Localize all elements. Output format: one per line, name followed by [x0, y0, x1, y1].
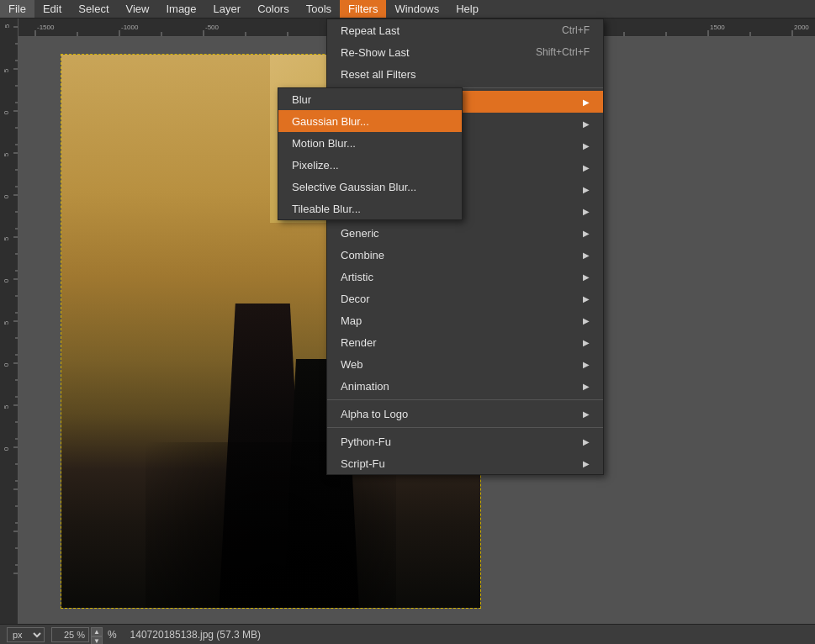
- menu-view[interactable]: View: [118, 0, 158, 18]
- svg-text:-500: -500: [205, 24, 220, 31]
- menu-edit[interactable]: Edit: [34, 0, 70, 18]
- menu-layer[interactable]: Layer: [205, 0, 250, 18]
- svg-text:-1500: -1500: [37, 24, 55, 31]
- filters-separator-3: [327, 427, 603, 428]
- blur-submenu: Blur Gaussian Blur... Motion Blur... Pix…: [278, 87, 463, 220]
- filters-decor[interactable]: Decor ▶: [327, 288, 603, 309]
- unit-select[interactable]: px mm in: [7, 627, 45, 642]
- svg-text:5: 5: [3, 236, 10, 240]
- menu-filters[interactable]: Filters: [340, 0, 386, 18]
- filters-reshow-last[interactable]: Re-Show Last Shift+Ctrl+F: [327, 41, 603, 63]
- filename-display: 140720185138.jpg (57.3 MB): [130, 629, 261, 641]
- filters-separator-2: [327, 399, 603, 400]
- zoom-display: 25 % ▲ ▼ %: [51, 627, 117, 642]
- menu-windows[interactable]: Windows: [386, 0, 447, 18]
- filters-web[interactable]: Web ▶: [327, 353, 603, 375]
- menu-select[interactable]: Select: [70, 0, 117, 18]
- svg-text:0: 0: [3, 446, 10, 451]
- svg-text:-1000: -1000: [121, 24, 139, 31]
- svg-text:2000: 2000: [794, 24, 809, 31]
- blur-tileable[interactable]: Tileable Blur...: [278, 198, 462, 219]
- menu-file[interactable]: File: [0, 0, 34, 18]
- svg-text:0: 0: [3, 110, 10, 114]
- svg-text:5: 5: [3, 68, 10, 72]
- blur-gaussian[interactable]: Gaussian Blur...: [278, 110, 462, 132]
- menu-image[interactable]: Image: [157, 0, 204, 18]
- filters-render[interactable]: Render ▶: [327, 331, 603, 353]
- blur-motion[interactable]: Motion Blur...: [278, 132, 462, 154]
- svg-text:5: 5: [3, 404, 10, 409]
- svg-text:5: 5: [3, 24, 11, 28]
- filters-combine[interactable]: Combine ▶: [327, 244, 603, 266]
- zoom-down[interactable]: ▼: [91, 636, 103, 645]
- ruler-vertical: 5: [0, 18, 19, 624]
- menu-help[interactable]: Help: [447, 0, 487, 18]
- svg-text:0: 0: [3, 278, 10, 282]
- filters-generic[interactable]: Generic ▶: [327, 222, 603, 244]
- blur-selective-gaussian[interactable]: Selective Gaussian Blur...: [278, 176, 462, 198]
- zoom-spinner[interactable]: ▲ ▼: [91, 627, 103, 642]
- filters-artistic[interactable]: Artistic ▶: [327, 266, 603, 288]
- blur-pixelize[interactable]: Pixelize...: [278, 154, 462, 176]
- svg-text:0: 0: [3, 362, 10, 367]
- blur-blur[interactable]: Blur: [278, 88, 462, 110]
- zoom-input[interactable]: 25 %: [51, 627, 89, 642]
- svg-text:5: 5: [3, 152, 10, 156]
- svg-text:1500: 1500: [710, 24, 725, 31]
- menubar: File Edit Select View Image Layer Colors…: [0, 0, 815, 18]
- menu-tools[interactable]: Tools: [298, 0, 340, 18]
- zoom-up[interactable]: ▲: [91, 627, 103, 636]
- filters-python-fu[interactable]: Python-Fu ▶: [327, 430, 603, 452]
- unit-selector[interactable]: px mm in: [7, 627, 45, 642]
- svg-text:5: 5: [3, 320, 10, 325]
- filters-animation[interactable]: Animation ▶: [327, 375, 603, 397]
- filters-map[interactable]: Map ▶: [327, 309, 603, 331]
- filters-repeat-last[interactable]: Repeat Last Ctrl+F: [327, 19, 603, 41]
- menu-colors[interactable]: Colors: [249, 0, 298, 18]
- filters-alpha-to-logo[interactable]: Alpha to Logo ▶: [327, 403, 603, 425]
- filters-script-fu[interactable]: Script-Fu ▶: [327, 452, 603, 474]
- statusbar: px mm in 25 % ▲ ▼ % 140720185138.jpg (57…: [0, 624, 815, 644]
- filters-reset-all[interactable]: Reset all Filters: [327, 63, 603, 85]
- svg-text:0: 0: [3, 194, 10, 198]
